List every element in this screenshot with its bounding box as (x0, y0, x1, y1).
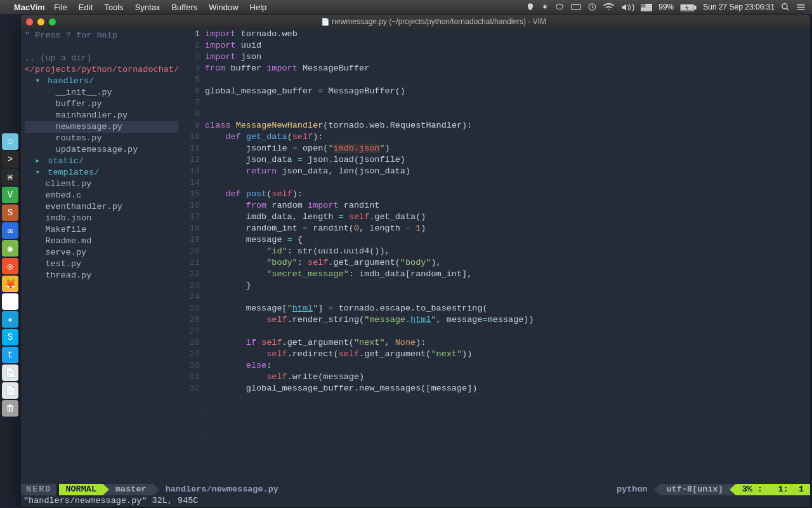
notification-center-icon[interactable] (796, 3, 806, 11)
dock-app-8[interactable]: 🦊 (2, 276, 18, 292)
timemachine-icon[interactable] (587, 3, 597, 12)
tree-file[interactable]: imdb.json (25, 213, 178, 224)
line-number: 16 (182, 200, 200, 211)
code-line[interactable]: self.redirect(self.get_argument("next")) (205, 349, 810, 360)
tree-dir[interactable]: ▾ templates/ (25, 167, 178, 178)
tree-file[interactable]: embed.c (25, 190, 178, 201)
code-line[interactable]: import uuid (205, 40, 810, 51)
tree-file[interactable]: eventhandler.py (25, 201, 178, 213)
code-line[interactable] (205, 109, 810, 120)
chat-icon[interactable] (554, 3, 565, 12)
dock-app-14[interactable]: 📄 (2, 382, 18, 399)
tree-file[interactable]: updatemessage.py (25, 144, 178, 156)
spotlight-icon[interactable] (781, 3, 790, 12)
tree-file[interactable]: Makefile (25, 224, 178, 236)
battery-icon[interactable] (680, 3, 697, 11)
code-line[interactable]: from random import randint (205, 200, 810, 211)
menu-buffers[interactable]: Buffers (171, 3, 197, 12)
code-line[interactable]: import json (205, 51, 810, 63)
code-line[interactable]: "secret_message": imdb_data[random_int], (205, 269, 810, 280)
dock-app-10[interactable]: ✶ (2, 311, 18, 328)
code-pane[interactable]: 1234567891011121314151617181920212223242… (182, 29, 810, 484)
code-line[interactable] (205, 291, 810, 303)
code[interactable]: import tornado.webimport uuidimport json… (205, 29, 810, 484)
code-line[interactable]: return json_data, len(json_data) (205, 166, 810, 177)
clock[interactable]: Sun 27 Sep 23:06:31 (703, 3, 775, 11)
tree-file[interactable]: __init__.py (25, 87, 178, 98)
code-line[interactable]: import tornado.web (205, 29, 810, 40)
battery-percent[interactable]: 99% (658, 3, 674, 11)
evernote-icon[interactable] (525, 3, 535, 12)
menu-syntax[interactable]: Syntax (135, 3, 160, 12)
code-line[interactable]: } (205, 280, 810, 291)
titlebar[interactable]: 📄 newmessage.py (~/projects/python/torna… (21, 15, 810, 29)
dock-app-2[interactable]: ⌘ (2, 169, 18, 185)
code-line[interactable] (205, 177, 810, 189)
code-line[interactable] (205, 97, 810, 109)
menu-tools[interactable]: Tools (104, 3, 123, 12)
tree-dir[interactable]: ▾ handlers/ (25, 76, 178, 87)
code-line[interactable]: else: (205, 360, 810, 371)
code-line[interactable]: class MessageNewHandler(tornado.web.Requ… (205, 120, 810, 131)
code-line[interactable]: def post(self): (205, 189, 810, 200)
nerdtree-pane[interactable]: " Press ? for help .. (up a dir) </proje… (21, 29, 182, 484)
code-line[interactable]: global_message_buffer.new_messages([mess… (205, 383, 810, 394)
dock-app-1[interactable]: > (2, 151, 18, 168)
nerdtree-updir[interactable]: .. (up a dir) (25, 53, 178, 64)
menu-window[interactable]: Window (209, 3, 238, 12)
display-icon[interactable] (571, 3, 581, 11)
dock-app-6[interactable]: ◉ (2, 240, 18, 257)
code-line[interactable]: self.render_string("message.html", messa… (205, 314, 810, 326)
dock-app-3[interactable]: V (2, 187, 18, 203)
tree-file[interactable]: mainhandler.py (25, 110, 178, 121)
dock-app-4[interactable]: S (2, 204, 18, 221)
dock-app-0[interactable]: ☺ (2, 133, 18, 150)
menu-help[interactable]: Help (250, 3, 267, 12)
code-line[interactable]: "body": self.get_argument("body"), (205, 257, 810, 269)
code-line[interactable] (205, 326, 810, 337)
line-number: 12 (182, 154, 200, 166)
dock-app-15[interactable]: 🗑 (2, 400, 18, 417)
cmdline[interactable]: "handlers/newmessage.py" 32L, 945C (21, 495, 810, 507)
code-line[interactable]: jsonfile = open("imdb.json") (205, 143, 810, 154)
code-line[interactable]: random_int = randint(0, length - 1) (205, 223, 810, 234)
code-line[interactable]: global_message_buffer = MessageBuffer() (205, 86, 810, 97)
code-line[interactable]: self.write(message) (205, 371, 810, 383)
zoom-button[interactable] (49, 18, 56, 25)
code-line[interactable]: if self.get_argument("next", None): (205, 337, 810, 349)
menu-edit[interactable]: Edit (79, 3, 93, 12)
code-line[interactable]: from buffer import MessageBuffer (205, 63, 810, 74)
volume-icon[interactable]: ) (620, 3, 634, 11)
nerdtree-root[interactable]: </projects/python/tornadochat/ (25, 64, 178, 76)
app-name[interactable]: MacVim (14, 3, 45, 12)
code-line[interactable]: def get_data(self): (205, 131, 810, 143)
dock-app-9[interactable]: S (2, 293, 18, 310)
dropbox-icon[interactable]: ✶ (542, 3, 548, 11)
dock-app-5[interactable]: ✉ (2, 222, 18, 239)
dock-app-12[interactable]: t (2, 347, 18, 363)
dock-app-7[interactable]: ◎ (2, 258, 18, 274)
code-line[interactable]: "id": str(uuid.uuid4()), (205, 246, 810, 257)
code-line[interactable]: message["html"] = tornado.escape.to_base… (205, 303, 810, 314)
tree-file[interactable]: Readme.md (25, 236, 178, 247)
svg-point-0 (556, 4, 563, 10)
code-line[interactable]: json_data = json.load(jsonfile) (205, 154, 810, 166)
tree-file[interactable]: routes.py (25, 133, 178, 144)
tree-file[interactable]: newmessage.py (25, 121, 178, 133)
tree-file[interactable]: thread.py (25, 270, 178, 281)
tree-file[interactable]: buffer.py (25, 98, 178, 110)
code-line[interactable]: message = { (205, 234, 810, 246)
tree-dir[interactable]: ▸ static/ (25, 156, 178, 167)
code-line[interactable] (205, 74, 810, 86)
tree-file[interactable]: client.py (25, 178, 178, 190)
dock-app-11[interactable]: S (2, 329, 18, 345)
menu-file[interactable]: File (54, 3, 67, 12)
flag-icon[interactable] (641, 3, 652, 11)
close-button[interactable] (26, 18, 33, 25)
dock-app-13[interactable]: 📄 (2, 364, 18, 381)
wifi-icon[interactable] (603, 3, 614, 11)
tree-file[interactable]: test.py (25, 258, 178, 270)
tree-file[interactable]: serve.py (25, 247, 178, 258)
code-line[interactable]: imdb_data, length = self.get_data() (205, 211, 810, 223)
minimize-button[interactable] (37, 18, 44, 25)
